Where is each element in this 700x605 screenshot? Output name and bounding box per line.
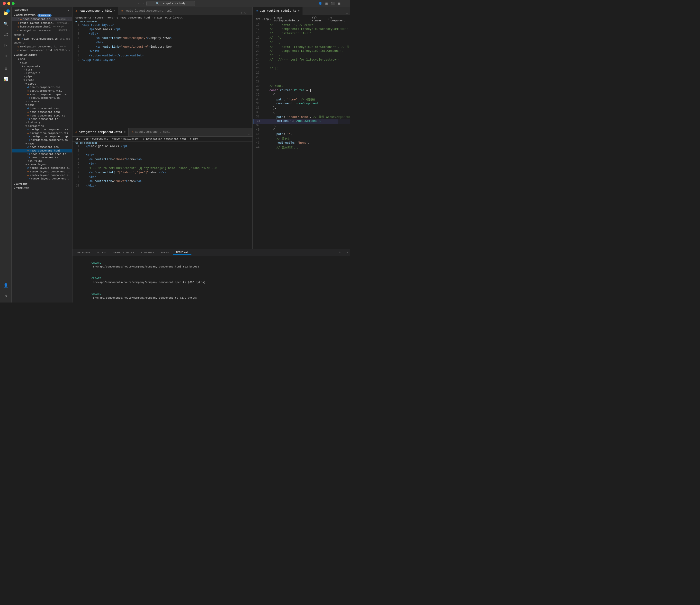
- more-icon[interactable]: …: [248, 10, 251, 15]
- panel-icon[interactable]: ⬛: [330, 1, 335, 6]
- timeline-header[interactable]: › TIMELINE: [12, 186, 72, 190]
- breadcrumb-item[interactable]: navigation: [123, 137, 140, 140]
- back-button[interactable]: ‹: [138, 1, 141, 6]
- close-icon[interactable]: ×: [18, 18, 19, 21]
- breadcrumb-item[interactable]: src: [256, 18, 260, 21]
- open-editor-route-layout[interactable]: ◇ route-layout.component.html src/app/..…: [12, 21, 72, 25]
- tree-company[interactable]: › company: [12, 100, 72, 103]
- sidebar-more-icon[interactable]: …: [68, 9, 69, 11]
- tab-ports[interactable]: PORTS: [158, 251, 172, 255]
- breadcrumb-item[interactable]: ◇ news.component.html: [117, 16, 150, 19]
- maximize-button[interactable]: [12, 2, 15, 5]
- tree-about-css[interactable]: # about.component.css: [12, 85, 72, 89]
- tree-lifecycle[interactable]: › lifecycle: [12, 72, 72, 75]
- code-area-news[interactable]: Go to component 1<app-route-layout> 2 <p…: [73, 20, 252, 128]
- tab-about[interactable]: ◇ about.component.html: [129, 128, 173, 136]
- group3-navigation[interactable]: ◇ navigation.component.html src/r...: [12, 45, 72, 48]
- code-area-routing[interactable]: 16 // path: '', // 根路径 17 // component: …: [253, 23, 350, 249]
- tree-nav-ts[interactable]: TS navigation.component.ts: [12, 138, 72, 142]
- tab-debug-console[interactable]: DEBUG CONSOLE: [110, 251, 137, 255]
- more-icon[interactable]: …: [345, 11, 348, 15]
- tree-home[interactable]: ∨ home: [12, 103, 72, 107]
- group3-about[interactable]: ◇ about.component.html src/app/...: [12, 48, 72, 52]
- tree-news-ts[interactable]: TS news.component.ts: [12, 156, 72, 159]
- activity-extensions[interactable]: ⊞: [1, 52, 10, 60]
- tree-news-css[interactable]: # news.component.css: [12, 145, 72, 149]
- tree-home-spec[interactable]: ◇ home.component.spec.ts: [12, 114, 72, 118]
- open-editor-news[interactable]: × ◇ news.component.html src/app/...: [12, 17, 72, 21]
- minimize-button[interactable]: [7, 2, 10, 5]
- search-bar[interactable]: 🔍 angular-study: [146, 1, 195, 6]
- tree-form[interactable]: › form: [12, 68, 72, 72]
- tab-terminal[interactable]: TERMINAL: [173, 250, 192, 255]
- tab-problems[interactable]: PROBLEMS: [74, 251, 93, 255]
- activity-account[interactable]: 👤: [1, 281, 10, 290]
- activity-remote[interactable]: ⊡: [1, 64, 10, 73]
- tab-close-icon[interactable]: ●: [298, 9, 300, 12]
- tree-news-html[interactable]: ◇ news.component.html: [12, 149, 72, 152]
- layout-icon[interactable]: ⊞: [325, 1, 328, 6]
- tab-navigation[interactable]: ◇ navigation.component.html ×: [73, 128, 129, 136]
- breadcrumb-item[interactable]: {e} routes: [312, 16, 327, 22]
- breadcrumb-item[interactable]: components: [92, 137, 108, 140]
- tab-comments[interactable]: COMMENTS: [138, 251, 157, 255]
- project-header[interactable]: ∨ ANGULAR-STUDY: [12, 53, 72, 57]
- tree-news[interactable]: ∨ news: [12, 142, 72, 145]
- breadcrumb-item[interactable]: app: [264, 18, 269, 21]
- tree-news-spec[interactable]: TS news.component.spec.ts: [12, 152, 72, 156]
- tree-rl-css[interactable]: # route-layout.component.css: [12, 166, 72, 170]
- activity-explorer[interactable]: 📁 1: [1, 9, 10, 18]
- tree-nav-html[interactable]: ◇ navigation.component.html: [12, 131, 72, 135]
- tree-app[interactable]: ∨ app: [12, 61, 72, 65]
- tree-about-spec[interactable]: ◇ about.component.spec.ts: [12, 93, 72, 96]
- tree-rl-spec[interactable]: ◇ route-layout.component.spec.ts: [12, 173, 72, 177]
- close-terminal-icon[interactable]: ×: [346, 251, 348, 254]
- breadcrumb-item[interactable]: news: [106, 16, 113, 19]
- tree-about-html[interactable]: ◇ about.component.html: [12, 89, 72, 93]
- activity-settings[interactable]: ⚙: [1, 292, 10, 301]
- open-editor-navigation[interactable]: ◇ navigation.component.html src/ri...: [12, 28, 72, 32]
- breadcrumb-item[interactable]: src: [75, 137, 80, 140]
- breadcrumb-item[interactable]: route: [111, 137, 120, 140]
- tab-routing[interactable]: TS app-routing.module.ts ●: [253, 7, 303, 15]
- tree-rl-html[interactable]: ◇ route-layout.component.html: [12, 170, 72, 173]
- run-icon[interactable]: ▷: [240, 10, 243, 15]
- breadcrumb-item[interactable]: app: [84, 137, 89, 140]
- tree-about[interactable]: ∨ about: [12, 82, 72, 85]
- activity-source-control[interactable]: ⎇: [1, 30, 10, 39]
- forward-button[interactable]: ›: [142, 1, 145, 6]
- sidebar-right-icon[interactable]: ▣: [337, 1, 341, 6]
- tab-route-layout[interactable]: ◇ route-layout.component.html: [118, 7, 175, 15]
- go-to-component-nav[interactable]: Go to component: [73, 142, 252, 145]
- breadcrumb-item[interactable]: components: [75, 16, 92, 19]
- activity-charts[interactable]: 📊: [1, 75, 10, 84]
- tree-components[interactable]: ∨ components: [12, 65, 72, 68]
- tree-src[interactable]: ∨ src: [12, 57, 72, 61]
- open-editor-home[interactable]: ◇ home.component.html src/app/...: [12, 25, 72, 28]
- breadcrumb-item[interactable]: TS app-routing.module.ts: [272, 16, 308, 22]
- tree-about-ts[interactable]: TS about.component.ts: [12, 96, 72, 100]
- breadcrumb-item[interactable]: ◇ navigation.component.html: [143, 137, 186, 141]
- breadcrumb-item[interactable]: route: [95, 16, 103, 19]
- go-to-component-news[interactable]: Go to component: [73, 20, 252, 23]
- close-button[interactable]: [3, 2, 6, 5]
- tree-navigation[interactable]: ∨ navigation: [12, 124, 72, 128]
- activity-run[interactable]: ▷: [1, 41, 10, 50]
- group2-app-routing[interactable]: TS app-routing.module.ts src/app: [12, 37, 72, 41]
- split-icon[interactable]: ⊟: [244, 10, 247, 15]
- tree-home-ts[interactable]: TS home.component.ts: [12, 118, 72, 121]
- tree-nav-css[interactable]: # navigation.component.css: [12, 128, 72, 131]
- add-terminal-icon[interactable]: +: [339, 251, 341, 254]
- tree-nav-spec[interactable]: TS navigation.component.spec.ts: [12, 135, 72, 138]
- tree-route[interactable]: ∨ route: [12, 78, 72, 82]
- outline-header[interactable]: › OUTLINE: [12, 182, 72, 186]
- more-icon[interactable]: ⋯: [343, 1, 347, 6]
- tree-industry[interactable]: › industry: [12, 121, 72, 124]
- tab-news[interactable]: ◇ news.component.html ×: [73, 7, 118, 15]
- code-area-nav[interactable]: Go to component 1 <p>navigation works!</…: [73, 142, 252, 249]
- tree-home-html[interactable]: ◇ home.component.html: [12, 110, 72, 114]
- tree-rl-ts[interactable]: TS route-layout.component.ts: [12, 177, 72, 180]
- tree-not-found[interactable]: › not-found: [12, 159, 72, 163]
- open-editors-header[interactable]: › OPEN EDITORS 1 unsaved: [12, 14, 72, 17]
- activity-search[interactable]: 🔍: [1, 20, 10, 28]
